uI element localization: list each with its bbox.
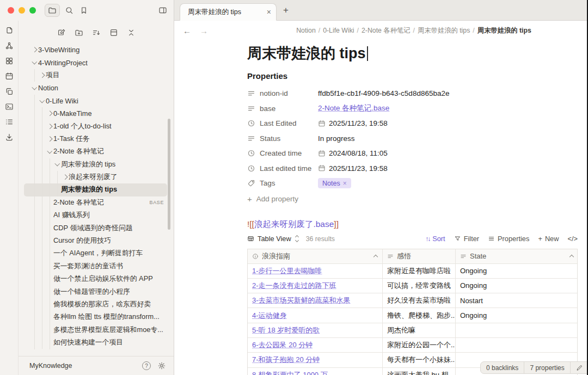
row-state[interactable] — [455, 323, 578, 337]
tab-active[interactable]: 周末带娃浪的 tips × — [180, 3, 277, 21]
chevron-down-icon[interactable] — [30, 87, 38, 89]
tree-file[interactable]: 做一个错题管理的小程序 — [24, 285, 167, 298]
tree-file[interactable]: 买一套郑渊洁的童话书 — [24, 260, 167, 273]
chevron-down-icon[interactable] — [53, 163, 61, 165]
new-folder-icon[interactable] — [75, 28, 83, 37]
row-note[interactable]: 家附近的公园一个个... — [382, 338, 455, 352]
view-switcher[interactable]: Table View — [247, 235, 298, 243]
property-key[interactable]: Last edited time — [247, 164, 318, 173]
tree-folder[interactable]: 1-old 个人to-do-list — [24, 120, 167, 132]
copy-icon[interactable] — [5, 87, 14, 96]
property-key[interactable]: Tags — [247, 179, 318, 187]
chevron-down-icon[interactable] — [46, 151, 53, 153]
collapse-all-icon[interactable] — [127, 28, 136, 37]
row-note[interactable]: 这画面太美我 bu 想... — [382, 368, 455, 375]
tree-folder[interactable]: 2-Note 各种笔记 — [24, 145, 167, 158]
tree-file[interactable]: 2-Note 各种笔记BASE — [24, 196, 167, 209]
chevron-right-icon[interactable] — [46, 125, 53, 128]
vault-name[interactable]: MyKnowledge — [29, 362, 72, 370]
tree-folder[interactable]: 0-MakeTime — [24, 107, 167, 120]
filter-button[interactable]: Filter — [454, 235, 479, 243]
toggle-right-sidebar-button[interactable] — [158, 6, 167, 15]
edit-mode-toggle[interactable] — [570, 362, 588, 373]
row-link[interactable]: 3-去菜市场买新鲜的蔬菜和水果 — [252, 296, 351, 305]
property-value[interactable]: In progress — [318, 134, 355, 143]
help-icon[interactable]: ? — [142, 361, 151, 370]
property-key[interactable]: Created time — [247, 149, 318, 157]
new-row-button[interactable]: +New — [538, 235, 559, 243]
minimize-window-button[interactable] — [19, 7, 25, 14]
property-key[interactable]: Status — [247, 134, 318, 143]
breadcrumb-item-current[interactable]: 周末带娃浪的 tips — [477, 27, 531, 34]
zoom-window-button[interactable] — [29, 7, 36, 14]
table-header-state[interactable]: State — [455, 249, 578, 263]
row-note[interactable]: 好久没有去菜市场啦 — [382, 293, 455, 308]
tree-file[interactable]: 各种llm 绘图 tts 模型的transform... — [24, 311, 167, 323]
property-value[interactable]: 2-Note 各种笔记.base — [318, 103, 389, 113]
property-key[interactable]: notion-id — [247, 89, 318, 97]
row-note[interactable]: 周杰伦嘛 — [382, 323, 455, 337]
properties-button[interactable]: Properties — [488, 235, 529, 243]
grid-icon[interactable] — [5, 57, 14, 65]
row-link[interactable]: 7-和孩子抱抱 20 分钟 — [252, 355, 320, 365]
tree-file-selected[interactable]: 周末带娃浪的 tips — [24, 183, 167, 196]
sort-icon[interactable] — [92, 28, 101, 37]
table-header-name[interactable]: 浪浪指南 — [248, 249, 382, 263]
row-link[interactable]: 8-想象彩票中了 1000 万 — [252, 370, 328, 375]
row-link[interactable]: 1-步行一公里去喝咖啡 — [252, 266, 322, 276]
folder-button[interactable] — [45, 4, 60, 17]
layout-icon[interactable] — [109, 28, 118, 37]
breadcrumb-item[interactable]: 0-Life Wiki — [323, 27, 354, 34]
tree-file[interactable]: Cursor 的使用技巧 — [24, 235, 167, 247]
tree-folder[interactable]: 周末带娃浪的 tips — [24, 158, 167, 171]
chevron-right-icon[interactable] — [61, 175, 69, 179]
property-value[interactable]: Notes× — [318, 178, 351, 188]
tree-folder[interactable]: Notion — [24, 82, 167, 94]
chevron-right-icon[interactable] — [30, 48, 38, 52]
code-view-button[interactable]: </> — [567, 235, 578, 243]
tree-folder[interactable]: 项目 — [24, 69, 167, 82]
graph-icon[interactable] — [5, 41, 14, 50]
row-state[interactable]: Ongoing — [455, 264, 578, 278]
row-link[interactable]: 2-走一条没有走过的路下班 — [252, 281, 336, 291]
tree-file[interactable]: 多模态世界模型底层逻辑和moe专... — [24, 324, 167, 336]
embed-link[interactable]: 浪起来呀别废了.base — [254, 219, 334, 229]
backlinks-count[interactable]: 0 backlinks — [481, 362, 524, 373]
chevron-down-icon[interactable] — [38, 100, 46, 102]
search-button[interactable] — [65, 6, 74, 15]
property-value[interactable]: 2024/08/18, 11:05 — [318, 149, 388, 157]
tree-file[interactable]: AI 赚钱系列 — [24, 209, 167, 222]
row-link[interactable]: 5-听 18 岁时爱听的歌 — [252, 325, 320, 335]
close-window-button[interactable] — [8, 7, 14, 14]
note-title[interactable]: 周末带娃浪的 tips — [247, 44, 588, 63]
breadcrumb-item[interactable]: 2-Note 各种笔记 — [362, 27, 411, 34]
tree-folder[interactable]: 0-Life Wiki — [24, 95, 167, 107]
property-key[interactable]: base — [247, 104, 318, 113]
properties-count[interactable]: 7 properties — [524, 362, 569, 373]
tree-folder[interactable]: 4-WritingProject — [24, 56, 167, 69]
table-header-note[interactable]: 感悟 — [382, 249, 455, 263]
row-note[interactable]: 可以搞，经常变路线 — [382, 279, 455, 293]
row-link[interactable]: 6-去公园呆 20 分钟 — [252, 340, 313, 350]
tree-file[interactable]: 一个 AIAgent，判断提前打车 — [24, 247, 167, 260]
download-icon[interactable] — [5, 133, 14, 142]
chevron-right-icon[interactable] — [46, 137, 53, 141]
row-state[interactable]: Nostart — [455, 293, 578, 308]
explorer-scrollbar[interactable] — [168, 119, 170, 230]
chevron-right-icon[interactable] — [46, 112, 53, 115]
tree-file[interactable]: 做一个禁止启动娱乐软件的 APP — [24, 273, 167, 285]
tree-folder[interactable]: 3-VibeWriting — [24, 44, 167, 56]
row-link[interactable]: 4-运动健身 — [252, 311, 287, 321]
add-property-button[interactable]: +Add property — [247, 192, 588, 206]
tag-pill[interactable]: Notes× — [318, 178, 351, 188]
checklist-icon[interactable] — [5, 118, 14, 126]
property-key[interactable]: Last Edited — [247, 119, 318, 127]
breadcrumb-item[interactable]: 周末带娃浪的 tips — [418, 27, 470, 34]
row-state[interactable]: Ongoing — [455, 308, 578, 322]
files-icon[interactable] — [5, 26, 14, 35]
terminal-icon[interactable] — [5, 102, 14, 111]
remove-tag-icon[interactable]: × — [343, 180, 347, 187]
bookmark-button[interactable] — [79, 6, 88, 15]
forward-icon[interactable]: → — [200, 27, 208, 35]
tab-close-icon[interactable]: × — [267, 8, 271, 16]
